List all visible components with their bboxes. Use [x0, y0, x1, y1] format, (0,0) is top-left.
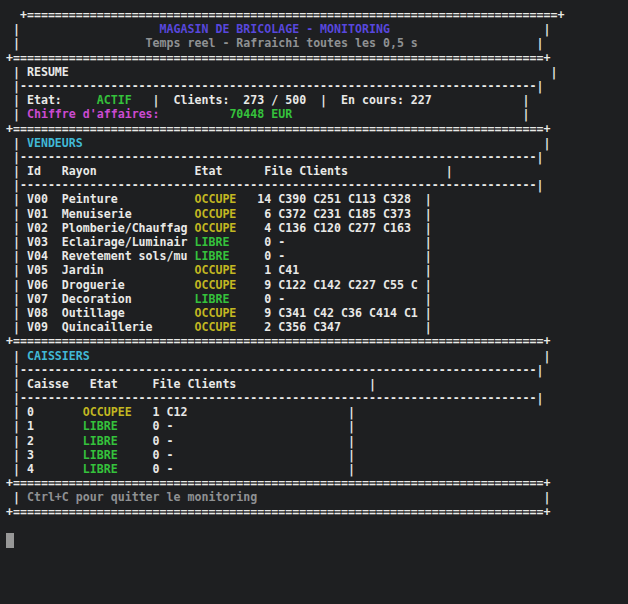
- caissier-row-1: | 1 LIBRE 0 - |: [6, 419, 628, 433]
- caissiers-separator-2: |---------------------------------------…: [6, 391, 628, 405]
- vendeurs-separator-1: |---------------------------------------…: [6, 150, 628, 164]
- caissier-row-4: | 4 LIBRE 0 - |: [6, 462, 628, 476]
- vendeur-row-V03: | V03 Eclairage/Luminair LIBRE 0 - |: [6, 235, 628, 249]
- vendeurs-border: +=======================================…: [6, 122, 628, 136]
- resume-stats-line: | Etat: ACTIF | Clients: 273 / 500 | En …: [6, 93, 628, 107]
- app-subtitle-line: | Temps reel - Rafraichi toutes les 0,5 …: [6, 36, 628, 50]
- vendeur-row-V04: | V04 Revetement sols/mu LIBRE 0 - |: [6, 249, 628, 263]
- vendeurs-separator-2: |---------------------------------------…: [6, 178, 628, 192]
- app-title-line: | MAGASIN DE BRICOLAGE - MONITORING |: [6, 22, 628, 36]
- caissier-row-2: | 2 LIBRE 0 - |: [6, 434, 628, 448]
- resume-ca-line: | Chiffre d'affaires: 70448 EUR |: [6, 107, 628, 121]
- terminal-cursor: [6, 533, 14, 548]
- vendeur-row-V06: | V06 Droguerie OCCUPE 9 C122 C142 C227 …: [6, 278, 628, 292]
- caissiers-separator-1: |---------------------------------------…: [6, 363, 628, 377]
- header-top-border: +=======================================…: [6, 8, 628, 22]
- terminal-window[interactable]: +=======================================…: [0, 0, 628, 604]
- caissiers-title-line: | CAISSIERS |: [6, 349, 628, 363]
- vendeur-row-V08: | V08 Outillage OCCUPE 9 C341 C42 C36 C4…: [6, 306, 628, 320]
- vendeur-row-V01: | V01 Menuiserie OCCUPE 6 C372 C231 C185…: [6, 207, 628, 221]
- vendeurs-header-line: | Id Rayon Etat File Clients |: [6, 164, 628, 178]
- footer-border: +=======================================…: [6, 505, 628, 519]
- vendeur-row-V05: | V05 Jardin OCCUPE 1 C41 |: [6, 263, 628, 277]
- blank-line: [6, 519, 628, 533]
- caissiers-border: +=======================================…: [6, 334, 628, 348]
- vendeur-row-V00: | V00 Peinture OCCUPE 14 C390 C251 C113 …: [6, 192, 628, 206]
- footer-border-top: +=======================================…: [6, 476, 628, 490]
- vendeur-row-V09: | V09 Quincaillerie OCCUPE 2 C356 C347 |: [6, 320, 628, 334]
- caissiers-header-line: | Caisse Etat File Clients |: [6, 377, 628, 391]
- resume-title-line: | RESUME |: [6, 65, 628, 79]
- resume-border: +=======================================…: [6, 51, 628, 65]
- vendeurs-title-line: | VENDEURS |: [6, 136, 628, 150]
- resume-separator: |---------------------------------------…: [6, 79, 628, 93]
- terminal-output: +=======================================…: [0, 0, 628, 547]
- footer-hint-line: | Ctrl+C pour quitter le monitoring |: [6, 490, 628, 504]
- caissier-row-3: | 3 LIBRE 0 - |: [6, 448, 628, 462]
- vendeur-row-V07: | V07 Decoration LIBRE 0 - |: [6, 292, 628, 306]
- cursor-line: [6, 533, 628, 547]
- vendeur-row-V02: | V02 Plomberie/Chauffag OCCUPE 4 C136 C…: [6, 221, 628, 235]
- caissier-row-0: | 0 OCCUPEE 1 C12 |: [6, 405, 628, 419]
